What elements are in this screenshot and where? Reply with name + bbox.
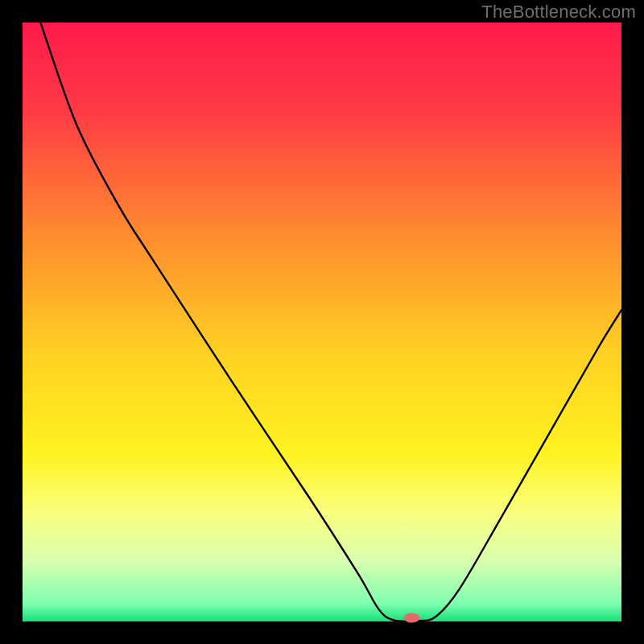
optimal-point-marker (404, 613, 420, 623)
chart-svg (0, 0, 644, 644)
watermark-text: TheBottleneck.com (481, 2, 636, 23)
chart-frame: TheBottleneck.com (0, 0, 644, 644)
plot-background (23, 23, 621, 621)
